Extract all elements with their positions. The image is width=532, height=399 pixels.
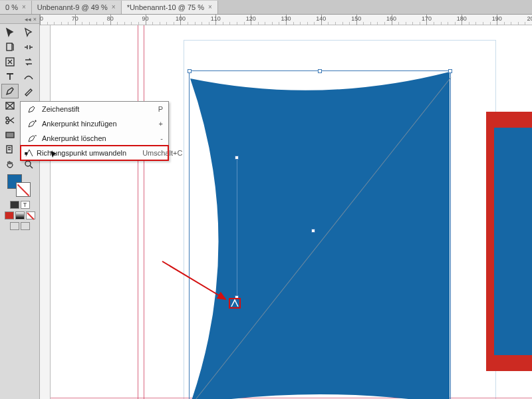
direction-point-icon[interactable] <box>235 156 239 160</box>
type-tool-icon[interactable] <box>1 69 19 84</box>
tab-close-icon[interactable]: × <box>112 3 116 11</box>
tools-panel: ◂◂ × T <box>0 15 40 399</box>
content-tool-icon[interactable] <box>1 55 19 69</box>
gap-tool-icon[interactable] <box>20 40 37 55</box>
canvas[interactable] <box>51 25 532 399</box>
pen-tool-icon[interactable] <box>1 84 19 98</box>
tab-document[interactable]: 0 %× <box>0 1 32 14</box>
pen-add-icon <box>25 119 39 128</box>
color-mode-row[interactable] <box>0 210 39 221</box>
menu-item-shortcut: Umschalt+C <box>142 149 182 157</box>
center-point-icon <box>311 229 315 233</box>
tab-close-icon[interactable]: × <box>208 3 212 11</box>
panel-collapse-icon[interactable]: ◂◂ × <box>0 15 39 24</box>
convert-point-icon <box>25 148 34 158</box>
pen-delete-icon <box>25 134 39 143</box>
view-mode-row[interactable] <box>0 221 39 231</box>
note-tool-icon[interactable] <box>1 142 19 157</box>
swap-tool-icon[interactable] <box>20 55 37 69</box>
tab-close-icon[interactable]: × <box>22 3 26 11</box>
ruler-horizontal[interactable]: 7070809010011012013014015016017018019020… <box>40 15 532 25</box>
document-tabs: 0 %× Unbenannt-9 @ 49 %× *Unbenannt-10 @… <box>0 0 532 15</box>
pen-tool-flyout-menu: Zeichenstift P Ankerpunkt hinzufügen + A… <box>20 101 169 161</box>
menu-item-label: Zeichenstift <box>39 105 142 113</box>
vector-shape[interactable] <box>184 65 456 399</box>
annotation-highlight <box>229 298 241 309</box>
guide-vertical[interactable] <box>144 25 144 399</box>
swatch-mode-row[interactable]: T <box>0 200 39 210</box>
svg-rect-0 <box>7 43 12 51</box>
menu-item-label: Richtungspunkt umwandeln <box>34 149 126 157</box>
selection-tool-icon[interactable] <box>1 25 19 40</box>
page-tool-icon[interactable] <box>1 40 19 55</box>
menu-item-add-anchor[interactable]: Ankerpunkt hinzufügen + <box>21 116 168 131</box>
menu-item-shortcut: + <box>159 120 163 128</box>
menu-item-shortcut: P <box>158 105 163 113</box>
svg-point-4 <box>6 117 9 120</box>
menu-item-convert-point[interactable]: Richtungspunkt umwandeln Umschalt+C <box>21 146 168 160</box>
fill-stroke-swatch[interactable] <box>0 173 39 200</box>
tab-document[interactable]: *Unbenannt-10 @ 75 %× <box>122 1 218 14</box>
menu-item-shortcut: - <box>160 134 163 142</box>
svg-point-9 <box>25 161 31 166</box>
menu-item-pen[interactable]: Zeichenstift P <box>21 102 168 116</box>
pen-icon <box>25 104 39 114</box>
menu-item-label: Ankerpunkt löschen <box>39 134 144 142</box>
svg-point-5 <box>6 121 9 124</box>
guide-vertical[interactable] <box>138 25 138 399</box>
menu-item-delete-anchor[interactable]: Ankerpunkt löschen - <box>21 131 168 146</box>
scissors-tool-icon[interactable] <box>1 113 19 128</box>
type-path-tool-icon[interactable] <box>20 69 37 84</box>
pencil-tool-icon[interactable] <box>20 84 37 98</box>
gradient-tool-icon[interactable] <box>1 128 19 142</box>
svg-rect-6 <box>6 132 14 138</box>
hand-tool-icon[interactable] <box>1 157 19 172</box>
menu-item-label: Ankerpunkt hinzufügen <box>39 120 143 128</box>
ruler-vertical[interactable] <box>40 25 51 399</box>
direction-handle[interactable] <box>237 158 237 298</box>
direct-selection-tool-icon[interactable] <box>20 25 37 40</box>
clipped-shape[interactable] <box>486 112 532 371</box>
tab-document[interactable]: Unbenannt-9 @ 49 %× <box>32 1 122 14</box>
rectangle-frame-tool-icon[interactable] <box>1 98 19 113</box>
